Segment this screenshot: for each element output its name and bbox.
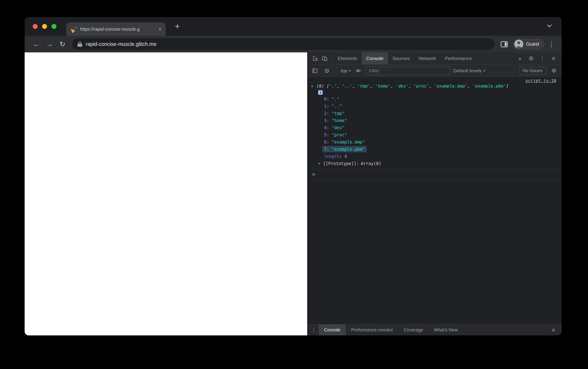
log-levels-selector[interactable]: Default levels ▾	[453, 68, 485, 73]
drawer-close-icon[interactable]: ×	[549, 327, 558, 333]
chevron-down-icon: ▾	[349, 69, 351, 73]
traffic-light-zoom[interactable]	[51, 24, 56, 29]
drawer-tab-performance-monitor[interactable]: Performance monitor	[346, 324, 398, 335]
log-levels-label: Default levels	[453, 68, 482, 73]
array-item[interactable]: 2: "tmp"	[324, 111, 345, 116]
console-prompt-row[interactable]: >	[307, 170, 562, 180]
array-item[interactable]: 3: "home"	[324, 118, 347, 123]
chevron-down-icon: ▾	[483, 69, 485, 73]
party-popper-icon	[70, 26, 77, 32]
drawer-tab-console[interactable]: Console	[319, 324, 346, 335]
info-row: i	[310, 90, 556, 95]
preview-comma: ,	[370, 83, 375, 88]
array-item-row: 1: ".."	[310, 102, 556, 110]
array-item[interactable]: 0: "."	[324, 96, 339, 102]
array-item-row: 0: "."	[310, 95, 556, 102]
devtools-tabbar: ElementsConsoleSourcesNetworkPerformance…	[307, 52, 562, 65]
preview-item: 'dev'	[396, 83, 409, 88]
devtools-tab-elements[interactable]: Elements	[333, 52, 362, 64]
preview-item: 'proc'	[414, 83, 429, 88]
array-preview-line: ▼ (8) ['.', '..', 'tmp', 'home', 'dev', …	[310, 83, 556, 88]
devtools-drawer: ⋮ ConsolePerformance monitorCoverageWhat…	[307, 324, 562, 335]
devtools-tab-performance[interactable]: Performance	[440, 52, 476, 64]
source-link[interactable]: script.js:10	[526, 78, 556, 83]
array-item[interactable]: 4: "dev"	[324, 125, 345, 130]
traffic-lights	[33, 24, 56, 29]
array-item-value: ".."	[332, 104, 342, 109]
array-item-row: 3: "home"	[310, 117, 556, 124]
array-item-index: 1:	[324, 104, 332, 109]
reload-button[interactable]: ↻	[56, 41, 69, 48]
source-line: script.js:10	[310, 78, 556, 83]
preview-comma: ,	[391, 83, 396, 88]
array-item-value: "dev"	[332, 125, 344, 130]
drawer-tab-coverage[interactable]: Coverage	[398, 324, 429, 335]
console-output: script.js:10 ▼ (8) ['.', '..', 'tmp', 'h…	[307, 77, 562, 324]
array-item-index: 4:	[324, 125, 332, 130]
array-items: 0: "."1: ".."2: "tmp"3: "home"4: "dev"5:…	[310, 95, 556, 153]
tab-close-icon[interactable]: ×	[158, 26, 162, 32]
preview-item: 'example.pbm'	[473, 83, 506, 88]
forward-button[interactable]: →	[43, 41, 56, 48]
back-button[interactable]: ←	[30, 41, 43, 48]
browser-tab[interactable]: https://rapid-concise-muscle.g ×	[66, 22, 166, 36]
context-selector[interactable]: top ▾	[341, 68, 351, 73]
preview-comma: ,	[429, 83, 434, 88]
tab-search-chevron-icon[interactable]	[546, 24, 553, 29]
issues-counter[interactable]: No Issues	[519, 67, 546, 75]
preview-item: '.'	[329, 83, 337, 88]
devtools-tab-console[interactable]: Console	[362, 52, 388, 64]
profile-chip[interactable]: Guest	[513, 39, 545, 50]
array-item-value: "tmp"	[332, 111, 344, 116]
devtools-kebab-menu-icon[interactable]: ⋮	[537, 56, 547, 61]
page-content	[25, 52, 307, 335]
separator	[514, 67, 514, 74]
traffic-light-minimize[interactable]	[42, 24, 47, 29]
prototype-value: Array(0)	[361, 160, 381, 167]
array-item[interactable]: 1: ".."	[324, 104, 342, 109]
array-item[interactable]: 6: "example.bmp"	[324, 140, 365, 144]
info-icon: i	[318, 90, 323, 95]
array-item-row: 7: "example.pbm"	[310, 145, 556, 153]
clear-console-icon[interactable]	[322, 65, 332, 77]
preview-comma: ,	[409, 83, 414, 88]
devtools-tab-sources[interactable]: Sources	[388, 52, 414, 64]
prototype-row: ▶ [[Prototype]]: Array(0)	[310, 160, 556, 167]
length-value: 8	[345, 154, 347, 159]
live-expression-eye-icon[interactable]	[354, 65, 363, 77]
array-item-row: 6: "example.bmp"	[310, 138, 556, 145]
window-content: ElementsConsoleSourcesNetworkPerformance…	[25, 52, 562, 335]
new-tab-button[interactable]: +	[172, 22, 183, 31]
traffic-light-close[interactable]	[33, 24, 38, 29]
devtools-settings-gear-icon[interactable]: ⚙	[526, 56, 536, 61]
preview-comma: ,	[352, 83, 357, 88]
console-toolbar: top ▾ Default levels ▾ No Issues ⚙	[307, 65, 562, 77]
array-item-index: 2:	[324, 111, 332, 116]
array-item-index: 0:	[324, 96, 332, 102]
expand-triangle-icon[interactable]: ▶	[318, 160, 321, 167]
array-item-row: 2: "tmp"	[310, 110, 556, 117]
address-bar[interactable]: rapid-concise-muscle.glitch.me	[72, 38, 495, 50]
length-label: length	[324, 154, 339, 159]
browser-menu-icon[interactable]: ⋮	[547, 40, 556, 48]
array-item-index: 5:	[324, 132, 332, 137]
array-item[interactable]: 5: "proc"	[324, 132, 347, 137]
drawer-tab-what-s-new[interactable]: What's New	[429, 324, 463, 335]
more-tabs-icon[interactable]: »	[515, 56, 525, 61]
console-sidebar-icon[interactable]	[310, 65, 320, 77]
collapse-triangle-icon[interactable]: ▼	[310, 83, 314, 88]
console-message: script.js:10 ▼ (8) ['.', '..', 'tmp', 'h…	[307, 77, 562, 170]
array-item-value: "example.pbm"	[332, 147, 365, 152]
devtools-close-icon[interactable]: ×	[548, 55, 558, 62]
drawer-kebab-menu-icon[interactable]: ⋮	[311, 327, 315, 333]
array-preview: (8) ['.', '..', 'tmp', 'home', 'dev', 'p…	[316, 83, 508, 88]
inspect-element-icon[interactable]	[311, 52, 320, 64]
browser-window: https://rapid-concise-muscle.g × + ← → ↻…	[25, 17, 562, 335]
devtools-tab-network[interactable]: Network	[414, 52, 440, 64]
side-panel-icon[interactable]	[501, 41, 508, 47]
device-toolbar-icon[interactable]	[320, 52, 329, 64]
array-item[interactable]: 7: "example.pbm"	[323, 146, 366, 152]
console-settings-gear-icon[interactable]: ⚙	[549, 68, 559, 73]
profile-label: Guest	[526, 41, 539, 47]
console-filter-input[interactable]	[366, 66, 451, 75]
